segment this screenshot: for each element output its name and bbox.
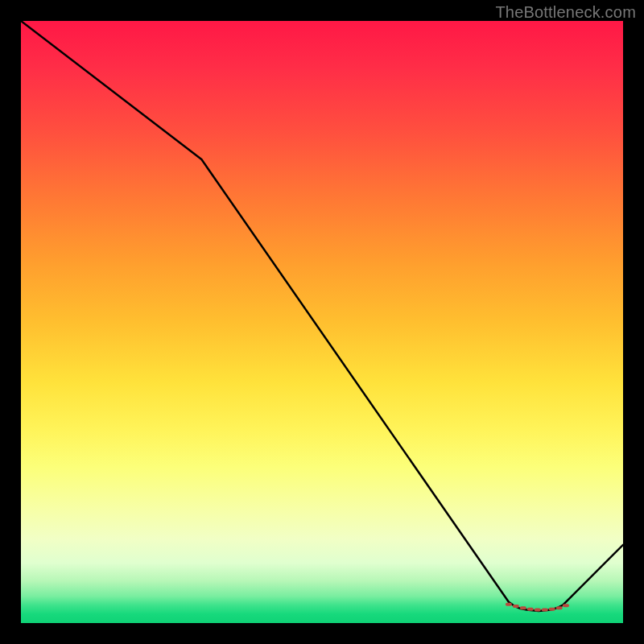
trough-dot (506, 603, 512, 606)
watermark-text: TheBottleneck.com (495, 3, 636, 22)
trough-dot (513, 605, 519, 608)
trough-dot (556, 606, 563, 609)
trough-dot (549, 608, 555, 611)
chart-frame: TheBottleneck.com (0, 0, 644, 644)
trough-dot (527, 608, 534, 611)
trough-markers (506, 603, 569, 612)
trough-dot (535, 609, 541, 612)
trough-dot (542, 609, 548, 612)
curve-path (21, 21, 623, 611)
plot-area (21, 21, 623, 623)
trough-dot (563, 604, 569, 607)
trough-dot (520, 606, 526, 609)
line-series (21, 21, 623, 611)
chart-svg (21, 21, 623, 623)
